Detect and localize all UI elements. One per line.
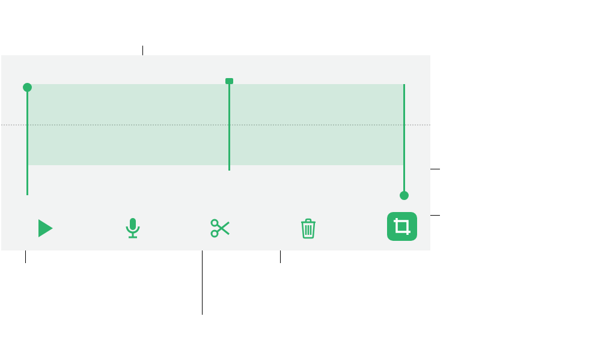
audio-editor-panel — [1, 55, 430, 250]
microphone-icon — [120, 216, 145, 241]
selection-tail-left — [26, 165, 28, 195]
crop-icon — [387, 212, 417, 241]
svg-point-4 — [212, 231, 218, 237]
selection-handle-start[interactable] — [23, 83, 32, 92]
edit-mode-button[interactable] — [352, 212, 430, 244]
editor-toolbar — [1, 212, 430, 244]
record-button[interactable] — [89, 216, 177, 244]
leader-trim — [202, 245, 203, 315]
scissors-icon — [208, 216, 233, 241]
delete-button[interactable] — [264, 216, 352, 244]
timecode-row — [1, 55, 430, 84]
preview-button[interactable] — [1, 216, 89, 244]
svg-rect-0 — [130, 218, 136, 230]
play-icon — [32, 216, 58, 241]
svg-point-3 — [212, 220, 218, 226]
waveform — [26, 84, 405, 165]
waveform-track[interactable] — [1, 84, 430, 192]
playhead[interactable] — [228, 79, 230, 171]
trim-button[interactable] — [177, 216, 264, 244]
selection-handle-end[interactable] — [400, 191, 409, 200]
trash-icon — [296, 216, 321, 241]
